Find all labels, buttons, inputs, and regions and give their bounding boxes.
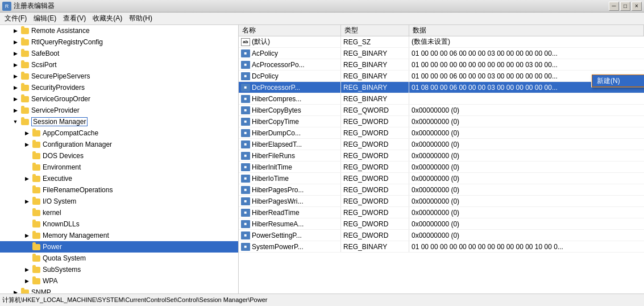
cell-type: REG_DWORD (341, 207, 409, 218)
table-row[interactable]: ■ HiberCopyTime REG_DWORD 0x00000000 (0) (239, 116, 644, 127)
expand-icon[interactable]: ▶ (11, 49, 19, 57)
tree-item-session-manager[interactable]: ▼ Session Manager (0, 116, 238, 127)
expand-icon[interactable] (23, 163, 31, 171)
cell-type: REG_BINARY (341, 82, 409, 93)
close-button[interactable]: × (631, 2, 642, 11)
expand-icon[interactable]: ▶ (11, 61, 19, 69)
expand-icon[interactable]: ▶ (23, 266, 31, 274)
context-menu-new[interactable]: 新建(N) ▶ 项(K) 字符串值(S) 二进制值(B) DWORD (3 (592, 75, 644, 87)
tree-item-remote-assistance[interactable]: ▶ Remote Assistance (0, 25, 238, 36)
tree-item-appcompatcache[interactable]: ▶ AppCompatCache (0, 127, 238, 139)
folder-icon (20, 84, 30, 92)
expand-icon[interactable] (23, 209, 31, 217)
tree-item-knowndlls[interactable]: KnownDLLs (0, 218, 238, 230)
tree-item-filerename[interactable]: FileRenameOperations (0, 184, 238, 196)
maximize-button[interactable]: □ (620, 2, 630, 11)
tree-item-memory-management[interactable]: ▶ Memory Management (0, 230, 238, 241)
table-row[interactable]: ■ AcPolicy REG_BINARY 01 00 00 00 06 00 … (239, 48, 644, 59)
tree-item-safeboot[interactable]: ▶ SafeBoot (0, 48, 238, 59)
reg-binary-icon: ■ (241, 72, 250, 80)
expand-icon[interactable]: ▶ (23, 175, 31, 183)
folder-icon (20, 49, 30, 57)
expand-icon[interactable]: ▶ (23, 129, 31, 137)
folder-icon (32, 129, 41, 137)
expand-icon[interactable]: ▶ (11, 288, 19, 293)
menu-view[interactable]: 查看(V) (60, 13, 89, 24)
table-row[interactable]: ■ HiberResumeA... REG_DWORD 0x00000000 (… (239, 218, 644, 230)
tree-item-io-system[interactable]: ▶ I/O System (0, 196, 238, 207)
expand-icon[interactable]: ▶ (11, 95, 19, 103)
reg-binary-icon: ■ (241, 129, 250, 137)
expand-icon[interactable] (23, 254, 31, 262)
menu-favorites[interactable]: 收藏夹(A) (89, 13, 126, 24)
tree-item-environment[interactable]: Environment (0, 162, 238, 173)
table-row[interactable]: ■ SystemPowerP... REG_BINARY 01 00 00 00… (239, 241, 644, 253)
cell-name: ■ PowerSettingP... (239, 230, 341, 241)
expand-icon[interactable]: ▶ (11, 106, 19, 114)
reg-binary-icon: ■ (241, 84, 250, 92)
tree-item-configuration-manager[interactable]: ▶ Configuration Manager (0, 139, 238, 150)
folder-icon (32, 254, 41, 262)
folder-icon (32, 209, 41, 217)
tree-item-executive[interactable]: ▶ Executive (0, 173, 238, 184)
expand-icon[interactable] (23, 152, 31, 160)
tree-item-snmp[interactable]: ▶ SNMP (0, 287, 238, 293)
tree-item-quota-system[interactable]: Quota System (0, 253, 238, 264)
table-row[interactable]: ■ HiberFileRuns REG_DWORD 0x00000000 (0) (239, 150, 644, 162)
table-row[interactable]: ■ HiberCompres... REG_BINARY (239, 93, 644, 105)
expand-icon[interactable] (23, 186, 31, 194)
table-row[interactable]: ■ HiberPagesPro... REG_DWORD 0x00000000 … (239, 184, 644, 196)
expand-icon[interactable]: ▶ (23, 231, 31, 239)
expand-icon[interactable]: ▶ (11, 72, 19, 80)
reg-binary-icon: ■ (241, 175, 250, 183)
cell-name: ■ AcProcessorPo... (239, 59, 341, 70)
tree-item-subsystems[interactable]: ▶ SubSystems (0, 264, 238, 275)
status-text: 计算机\HKEY_LOCAL_MACHINE\SYSTEM\CurrentCon… (2, 296, 267, 304)
table-row[interactable]: ■ PowerSettingP... REG_DWORD 0x00000000 … (239, 230, 644, 241)
tree-item-rtlquery[interactable]: ▶ RtlQueryRegistryConfig (0, 36, 238, 48)
tree-item-servicegrouporder[interactable]: ▶ ServiceGroupOrder (0, 93, 238, 105)
tree-item-serviceprovider[interactable]: ▶ ServiceProvider (0, 105, 238, 116)
tree-item-scsiport[interactable]: ▶ ScsiPort (0, 59, 238, 71)
table-row[interactable]: ■ HiberInitTime REG_DWORD 0x00000000 (0) (239, 162, 644, 173)
menu-edit[interactable]: 编辑(E) (30, 13, 60, 24)
expand-icon[interactable]: ▶ (23, 140, 31, 148)
table-row[interactable]: ■ HiberCopyBytes REG_QWORD 0x00000000 (0… (239, 105, 644, 116)
cell-type: REG_DWORD (341, 127, 409, 138)
reg-binary-icon: ■ (241, 163, 250, 171)
cell-data: 0x00000000 (0) (409, 162, 644, 172)
table-row[interactable]: ■ HiberDumpCo... REG_DWORD 0x00000000 (0… (239, 127, 644, 139)
menu-file[interactable]: 文件(F) (1, 13, 30, 24)
expand-icon[interactable]: ▼ (11, 118, 19, 126)
header-type: 类型 (341, 25, 409, 36)
cell-data: 0x00000000 (0) (409, 105, 644, 115)
registry-tree[interactable]: ▶ Remote Assistance ▶ RtlQueryRegistryCo… (0, 25, 239, 293)
table-row[interactable]: ■ HiberReadTime REG_DWORD 0x00000000 (0) (239, 207, 644, 218)
menu-bar: 文件(F) 编辑(E) 查看(V) 收藏夹(A) 帮助(H) (0, 13, 644, 25)
table-row-dcprocessorp[interactable]: ■ DcProcessorP... REG_BINARY 01 08 00 00… (239, 82, 644, 93)
table-row[interactable]: ■ AcProcessorPo... REG_BINARY 01 00 00 0… (239, 59, 644, 71)
tree-item-securepipe[interactable]: ▶ SecurePipeServers (0, 71, 238, 82)
expand-icon[interactable]: ▶ (11, 38, 19, 46)
menu-help[interactable]: 帮助(H) (126, 13, 156, 24)
minimize-button[interactable]: ─ (609, 2, 619, 11)
cell-type: REG_DWORD (341, 139, 409, 150)
expand-icon[interactable] (23, 220, 31, 228)
table-row[interactable]: ■ HiberElapsedT... REG_DWORD 0x00000000 … (239, 139, 644, 150)
expand-icon[interactable]: ▶ (11, 84, 19, 92)
expand-icon[interactable] (23, 243, 31, 251)
tree-item-wpa[interactable]: ▶ WPA (0, 275, 238, 287)
table-row[interactable]: ■ HiberIoTime REG_DWORD 0x00000000 (0) (239, 173, 644, 184)
cell-name: ■ HiberPagesWri... (239, 196, 341, 206)
table-row[interactable]: ab (默认) REG_SZ (数值未设置) (239, 36, 644, 48)
expand-icon[interactable]: ▶ (23, 277, 31, 285)
cell-data: (数值未设置) (409, 36, 644, 47)
tree-item-power[interactable]: Power (0, 241, 238, 253)
tree-item-dos-devices[interactable]: DOS Devices (0, 150, 238, 162)
tree-item-securityproviders[interactable]: ▶ SecurityProviders (0, 82, 238, 93)
tree-item-kernel[interactable]: kernel (0, 207, 238, 218)
table-row[interactable]: ■ HiberPagesWri... REG_DWORD 0x00000000 … (239, 196, 644, 207)
expand-icon[interactable]: ▶ (23, 197, 31, 205)
expand-icon[interactable]: ▶ (11, 27, 19, 35)
table-row[interactable]: ■ DcPolicy REG_BINARY 01 00 00 00 06 00 … (239, 71, 644, 82)
